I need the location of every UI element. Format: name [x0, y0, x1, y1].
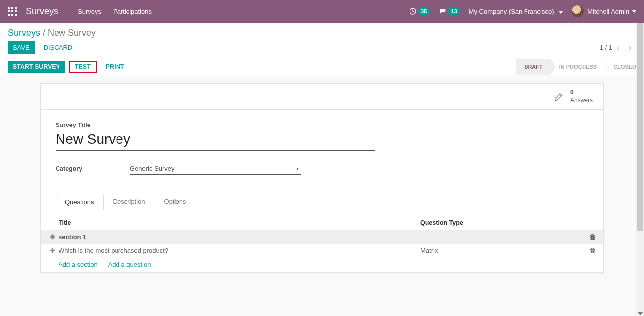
table-row[interactable]: ✥ Which is the most purchased product? M…: [41, 244, 603, 257]
save-button[interactable]: SAVE: [8, 41, 35, 54]
pencil-icon: [553, 91, 564, 102]
title-label: Survey Title: [56, 122, 588, 128]
chevron-down-icon: [632, 10, 636, 13]
test-button[interactable]: TEST: [69, 61, 97, 73]
tab-options[interactable]: Options: [155, 193, 196, 210]
category-label: Category: [56, 165, 130, 172]
tab-description[interactable]: Description: [104, 193, 155, 210]
drag-handle-icon[interactable]: ✥: [46, 247, 59, 254]
nav-link-surveys[interactable]: Surveys: [78, 8, 101, 15]
user-name: Mitchell Admin: [587, 8, 629, 15]
breadcrumb-root[interactable]: Surveys: [8, 28, 40, 38]
answers-count: 0: [570, 89, 593, 97]
print-button[interactable]: PRINT: [101, 61, 129, 73]
apps-icon[interactable]: [8, 7, 17, 16]
breadcrumb: Surveys / New Survey: [8, 28, 636, 38]
add-question-link[interactable]: Add a question: [108, 261, 151, 268]
breadcrumb-sep: /: [43, 28, 48, 38]
company-switcher[interactable]: My Company (San Francisco): [469, 8, 563, 15]
activities-button[interactable]: 35: [409, 7, 430, 15]
status-inprogress[interactable]: IN PROGRESS: [551, 59, 605, 75]
col-question-type: Question Type: [420, 219, 598, 226]
pager: 1 / 1 ‹ ›: [600, 43, 636, 52]
action-bar: START SURVEY TEST PRINT DRAFT IN PROGRES…: [0, 59, 644, 75]
user-menu[interactable]: Mitchell Admin: [572, 5, 636, 17]
survey-title-input[interactable]: [56, 130, 375, 151]
clock-icon: [409, 7, 417, 15]
app-brand: Surveys: [26, 6, 58, 17]
pager-text: 1 / 1: [600, 44, 612, 51]
breadcrumb-current: New Survey: [48, 28, 96, 38]
answers-label: Answers: [570, 97, 593, 105]
row-type: Matrix: [420, 247, 586, 254]
row-title: Which is the most purchased product?: [59, 247, 420, 254]
drag-handle-icon[interactable]: ✥: [46, 233, 59, 241]
row-title: section 1: [59, 233, 420, 241]
tab-questions[interactable]: Questions: [56, 194, 104, 210]
activities-count: 35: [418, 8, 430, 15]
scrollbar[interactable]: [636, 23, 644, 316]
messages-count: 13: [448, 8, 460, 15]
trash-icon[interactable]: 🗑: [586, 233, 598, 241]
category-select[interactable]: [130, 163, 301, 175]
control-panel: Surveys / New Survey SAVE DISCARD 1 / 1 …: [0, 23, 644, 59]
form-sheet: 0 Answers Survey Title Category ▾ Questi…: [40, 83, 604, 273]
avatar: [572, 5, 584, 17]
messages-button[interactable]: 13: [439, 7, 460, 15]
status-bar: DRAFT IN PROGRESS CLOSED: [516, 59, 644, 75]
questions-table: Title Question Type ✥ section 1 🗑 ✥ Whic…: [41, 215, 603, 272]
tabs: Questions Description Options: [56, 193, 588, 210]
col-title: Title: [59, 219, 420, 226]
table-row[interactable]: ✥ section 1 🗑: [41, 230, 603, 244]
pager-prev[interactable]: ‹: [612, 43, 624, 52]
stat-button-box: 0 Answers: [41, 84, 603, 110]
discard-button[interactable]: DISCARD: [39, 41, 78, 54]
chat-icon: [439, 7, 447, 15]
company-name: My Company (San Francisco): [469, 8, 554, 15]
chevron-down-icon: [559, 11, 563, 14]
start-survey-button[interactable]: START SURVEY: [8, 61, 65, 73]
pager-next[interactable]: ›: [624, 43, 636, 52]
answers-stat-button[interactable]: 0 Answers: [544, 84, 603, 109]
resize-corner-icon: [637, 312, 643, 315]
top-navbar: Surveys Surveys Participations 35 13 My …: [0, 0, 644, 23]
trash-icon[interactable]: 🗑: [586, 247, 598, 254]
status-draft[interactable]: DRAFT: [516, 59, 550, 75]
add-section-link[interactable]: Add a section: [59, 261, 98, 268]
nav-link-participations[interactable]: Participations: [113, 8, 152, 15]
